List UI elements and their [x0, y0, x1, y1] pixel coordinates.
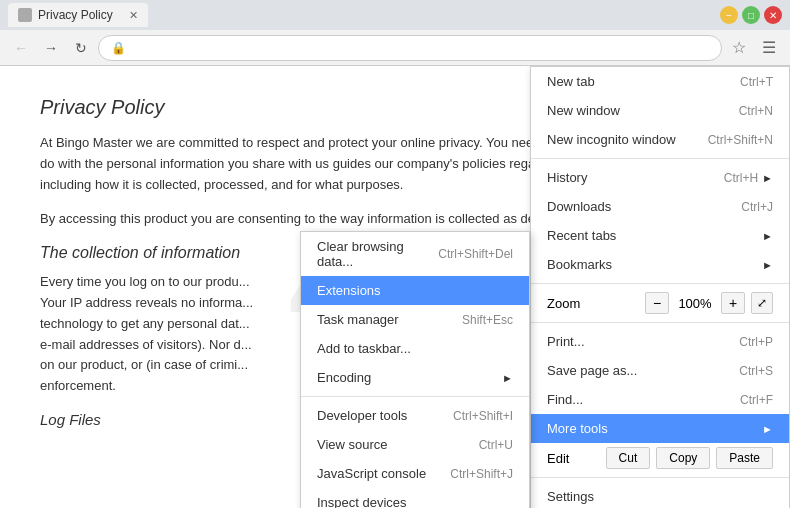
menu-item-shortcut: Ctrl+N [739, 104, 773, 118]
reload-button[interactable]: ↻ [68, 35, 94, 61]
menu-item-new-tab[interactable]: New tab Ctrl+T [531, 67, 789, 96]
arrow-icon: ► [762, 172, 773, 184]
arrow-icon: ► [502, 372, 513, 384]
menu-item-more-tools[interactable]: More tools ► [531, 414, 789, 443]
paste-button[interactable]: Paste [716, 447, 773, 469]
submenu-item-extensions[interactable]: Extensions [301, 276, 529, 305]
content-area: 477 Privacy Policy At Bingo Master we ar… [0, 66, 790, 508]
forward-button[interactable]: → [38, 35, 64, 61]
arrow-icon: ► [762, 259, 773, 271]
submenu-item-add-taskbar[interactable]: Add to taskbar... [301, 334, 529, 363]
back-button[interactable]: ← [8, 35, 34, 61]
tab-favicon [18, 8, 32, 22]
title-bar: Privacy Policy ✕ − □ ✕ [0, 0, 790, 30]
menu-item-print[interactable]: Print... Ctrl+P [531, 327, 789, 356]
window-controls: − □ ✕ [720, 6, 782, 24]
submenu-item-task-manager[interactable]: Task manager Shift+Esc [301, 305, 529, 334]
submenu-item-label: JavaScript console [317, 466, 426, 481]
copy-button[interactable]: Copy [656, 447, 710, 469]
menu-item-history[interactable]: History Ctrl+H ► [531, 163, 789, 192]
navigation-bar: ← → ↻ 🔒 ☆ ☰ [0, 30, 790, 66]
browser-frame: Privacy Policy ✕ − □ ✕ ← → ↻ 🔒 ☆ ☰ 477 P… [0, 0, 790, 508]
submenu-item-label: Task manager [317, 312, 399, 327]
submenu-item-label: Add to taskbar... [317, 341, 411, 356]
edit-row: Edit Cut Copy Paste [531, 443, 789, 473]
page-url: 🔒 [111, 41, 126, 55]
menu-item-label: Settings [547, 489, 594, 504]
browser-tab[interactable]: Privacy Policy ✕ [8, 3, 148, 27]
menu-item-incognito[interactable]: New incognito window Ctrl+Shift+N [531, 125, 789, 154]
chrome-menu-button[interactable]: ☰ [756, 35, 782, 61]
zoom-label: Zoom [547, 296, 639, 311]
menu-item-label: New tab [547, 74, 595, 89]
menu-item-shortcut: Ctrl+H [724, 171, 758, 185]
menu-item-label: New window [547, 103, 620, 118]
zoom-minus-button[interactable]: − [645, 292, 669, 314]
menu-item-recent-tabs[interactable]: Recent tabs ► [531, 221, 789, 250]
submenu-item-dev-tools[interactable]: Developer tools Ctrl+Shift+I [301, 401, 529, 430]
zoom-fullscreen-button[interactable]: ⤢ [751, 292, 773, 314]
menu-item-shortcut: Ctrl+J [741, 200, 773, 214]
menu-item-label: Print... [547, 334, 585, 349]
minimize-button[interactable]: − [720, 6, 738, 24]
menu-item-shortcut: Ctrl+Shift+N [708, 133, 773, 147]
submenu-item-label: Extensions [317, 283, 381, 298]
menu-divider [531, 477, 789, 478]
submenu-item-label: Developer tools [317, 408, 407, 423]
menu-divider [531, 283, 789, 284]
menu-divider [531, 158, 789, 159]
menu-divider [531, 322, 789, 323]
menu-item-label: Save page as... [547, 363, 637, 378]
tab-close-button[interactable]: ✕ [129, 9, 138, 22]
menu-item-new-window[interactable]: New window Ctrl+N [531, 96, 789, 125]
menu-item-shortcut: Ctrl+P [739, 335, 773, 349]
menu-item-downloads[interactable]: Downloads Ctrl+J [531, 192, 789, 221]
arrow-icon: ► [762, 423, 773, 435]
nav-right-buttons: ☆ ☰ [726, 35, 782, 61]
edit-label: Edit [547, 451, 600, 466]
arrow-icon: ► [762, 230, 773, 242]
submenu-divider [301, 396, 529, 397]
menu-item-label: Bookmarks [547, 257, 612, 272]
submenu-item-encoding[interactable]: Encoding ► [301, 363, 529, 392]
zoom-value: 100% [675, 296, 715, 311]
tab-title: Privacy Policy [38, 8, 113, 22]
maximize-button[interactable]: □ [742, 6, 760, 24]
menu-item-label: New incognito window [547, 132, 676, 147]
menu-item-bookmarks[interactable]: Bookmarks ► [531, 250, 789, 279]
menu-item-label: More tools [547, 421, 608, 436]
zoom-row: Zoom − 100% + ⤢ [531, 288, 789, 318]
menu-item-find[interactable]: Find... Ctrl+F [531, 385, 789, 414]
menu-item-label: Find... [547, 392, 583, 407]
menu-item-shortcut: Ctrl+S [739, 364, 773, 378]
menu-item-settings[interactable]: Settings [531, 482, 789, 508]
chrome-menu: New tab Ctrl+T New window Ctrl+N New inc… [530, 66, 790, 508]
menu-item-save-page[interactable]: Save page as... Ctrl+S [531, 356, 789, 385]
menu-item-label: Downloads [547, 199, 611, 214]
submenu-item-clear-browsing[interactable]: Clear browsing data... Ctrl+Shift+Del [301, 232, 529, 276]
submenu-item-inspect-devices[interactable]: Inspect devices [301, 488, 529, 508]
menu-item-shortcut: Ctrl+F [740, 393, 773, 407]
cut-button[interactable]: Cut [606, 447, 651, 469]
menu-item-label: History [547, 170, 587, 185]
submenu-item-view-source[interactable]: View source Ctrl+U [301, 430, 529, 459]
zoom-plus-button[interactable]: + [721, 292, 745, 314]
close-button[interactable]: ✕ [764, 6, 782, 24]
more-tools-submenu: Clear browsing data... Ctrl+Shift+Del Ex… [300, 231, 530, 508]
submenu-item-js-console[interactable]: JavaScript console Ctrl+Shift+J [301, 459, 529, 488]
address-bar[interactable]: 🔒 [98, 35, 722, 61]
submenu-item-label: Encoding [317, 370, 371, 385]
menu-item-label: Recent tabs [547, 228, 616, 243]
menu-item-shortcut: Ctrl+T [740, 75, 773, 89]
submenu-item-label: Clear browsing data... [317, 239, 438, 269]
bookmark-button[interactable]: ☆ [726, 35, 752, 61]
submenu-item-label: View source [317, 437, 388, 452]
submenu-item-label: Inspect devices [317, 495, 407, 508]
